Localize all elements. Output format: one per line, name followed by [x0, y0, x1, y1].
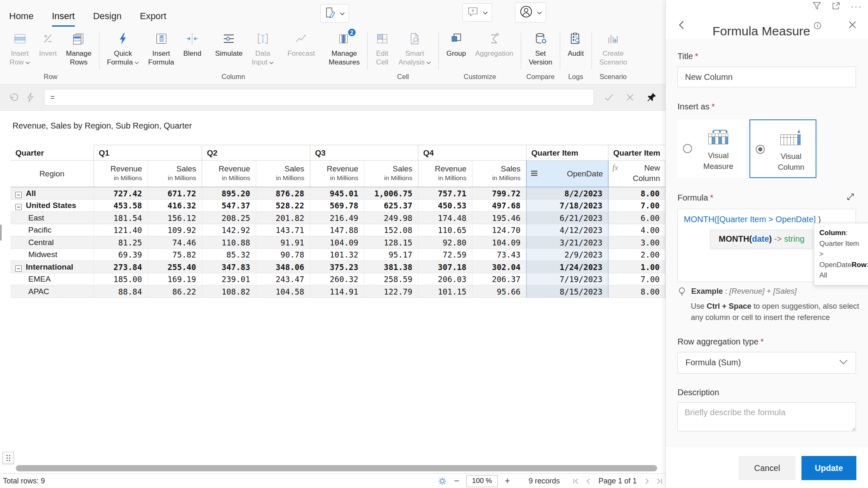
- cell-new-column[interactable]: 8.00: [608, 187, 665, 200]
- cell-q2-revenue[interactable]: 895.20: [202, 187, 256, 200]
- previous-page-icon[interactable]: [585, 478, 591, 485]
- column-header-quarter-item-2[interactable]: Quarter Item: [608, 145, 665, 161]
- close-icon[interactable]: [848, 20, 857, 31]
- cell-new-column[interactable]: 7.00: [608, 273, 665, 285]
- cell-q1-sales[interactable]: 109.92: [148, 224, 202, 236]
- cell-opendate[interactable]: 6/21/2023: [526, 212, 608, 224]
- next-page-icon[interactable]: [644, 478, 650, 485]
- formula-editor[interactable]: MONTH([Quarter Item > OpenDate] ) MONTH(…: [678, 209, 856, 282]
- cell-q3-revenue[interactable]: 147.88: [310, 224, 364, 236]
- cell-opendate[interactable]: 1/24/2023: [526, 261, 608, 273]
- cell-q3-revenue[interactable]: 260.32: [310, 273, 364, 285]
- cell-q1-revenue[interactable]: 69.39: [94, 248, 148, 261]
- cell-q2-revenue[interactable]: 347.83: [202, 261, 256, 273]
- cell-new-column[interactable]: 3.00: [608, 236, 665, 249]
- subheader-q1-sales[interactable]: Salesin Millions: [148, 161, 202, 187]
- cell-q2-revenue[interactable]: 208.25: [202, 212, 256, 224]
- hamburger-icon[interactable]: [531, 170, 538, 178]
- option-visual-column[interactable]: Visual Column: [749, 119, 816, 178]
- cell-q3-revenue[interactable]: 216.49: [310, 212, 364, 224]
- cell-q2-revenue[interactable]: 239.01: [202, 273, 256, 285]
- cell-q1-revenue[interactable]: 121.40: [94, 224, 148, 236]
- collapse-icon[interactable]: −: [15, 192, 22, 198]
- subheader-q3-revenue[interactable]: Revenuein Millions: [310, 161, 364, 187]
- cell-q3-revenue[interactable]: 104.09: [310, 236, 364, 249]
- ribbon-button-insert-formula[interactable]: InsertFormula: [143, 28, 178, 67]
- ribbon-button-manage-measures[interactable]: 2ManageMeasures: [324, 28, 364, 67]
- cell-q3-sales[interactable]: 625.37: [364, 199, 418, 212]
- cell-q3-sales[interactable]: 128.15: [364, 236, 418, 249]
- user-menu-button[interactable]: [515, 2, 546, 22]
- horizontal-scrollbar[interactable]: [16, 465, 662, 471]
- cell-opendate[interactable]: 7/19/2023: [526, 273, 608, 285]
- cell-q4-revenue[interactable]: 307.18: [418, 261, 472, 273]
- radio-unchecked-icon[interactable]: [683, 144, 692, 153]
- row-label-pacific[interactable]: Pacific: [10, 224, 94, 236]
- tab-insert[interactable]: Insert: [52, 11, 75, 27]
- cell-q3-sales[interactable]: 381.38: [364, 261, 418, 273]
- cell-q4-revenue[interactable]: 110.65: [418, 224, 472, 236]
- cell-q4-sales[interactable]: 95.66: [472, 285, 526, 298]
- last-page-icon[interactable]: [656, 478, 663, 485]
- option-visual-measure[interactable]: Visual Measure: [678, 119, 746, 178]
- cell-q4-sales[interactable]: 302.04: [472, 261, 526, 273]
- zoom-out-button[interactable]: −: [453, 476, 460, 486]
- cell-q2-sales[interactable]: 90.78: [256, 248, 310, 261]
- subheader-q3-sales[interactable]: Salesin Millions: [364, 161, 418, 187]
- cell-new-column[interactable]: 4.00: [608, 224, 665, 236]
- column-header-quarter-item-1[interactable]: Quarter Item: [526, 145, 608, 161]
- cell-q2-sales[interactable]: 104.58: [256, 285, 310, 298]
- row-label-international[interactable]: −International: [10, 261, 94, 273]
- cell-q1-sales[interactable]: 671.72: [148, 187, 202, 200]
- cell-opendate[interactable]: 8/15/2023: [526, 285, 608, 298]
- subheader-new-column[interactable]: fxNew Column: [608, 161, 665, 187]
- cell-q3-revenue[interactable]: 945.01: [310, 187, 364, 200]
- cell-q1-revenue[interactable]: 727.42: [94, 187, 148, 200]
- cell-q4-revenue[interactable]: 72.59: [418, 248, 472, 261]
- ribbon-button-manage-rows[interactable]: ManageRows: [62, 28, 96, 67]
- tab-design[interactable]: Design: [93, 11, 121, 27]
- row-label-central[interactable]: Central: [10, 236, 94, 249]
- cell-q1-sales[interactable]: 156.12: [148, 212, 202, 224]
- cell-q3-sales[interactable]: 258.59: [364, 273, 418, 285]
- cell-new-column[interactable]: 2.00: [608, 248, 665, 261]
- cell-q4-sales[interactable]: 124.70: [472, 224, 526, 236]
- title-field[interactable]: [678, 67, 856, 87]
- cell-q3-revenue[interactable]: 375.23: [310, 261, 364, 273]
- column-header-q1[interactable]: Q1: [94, 145, 202, 161]
- cell-q4-sales[interactable]: 206.37: [472, 273, 526, 285]
- column-header-q2[interactable]: Q2: [202, 145, 310, 161]
- cell-q2-sales[interactable]: 243.47: [256, 273, 310, 285]
- cell-q4-sales[interactable]: 497.68: [472, 199, 526, 212]
- cell-q3-sales[interactable]: 152.08: [364, 224, 418, 236]
- cell-q1-sales[interactable]: 74.46: [148, 236, 202, 249]
- cell-new-column[interactable]: 6.00: [608, 212, 665, 224]
- cell-q2-revenue[interactable]: 547.37: [202, 199, 256, 212]
- tab-home[interactable]: Home: [9, 11, 34, 27]
- cell-q3-revenue[interactable]: 114.91: [310, 285, 364, 298]
- cell-new-column[interactable]: 7.00: [608, 199, 665, 212]
- ribbon-button-quick-formula[interactable]: QuickFormula: [102, 28, 143, 67]
- collapse-icon[interactable]: −: [15, 265, 22, 272]
- cancel-button[interactable]: Cancel: [739, 456, 796, 480]
- cell-q4-revenue[interactable]: 206.03: [418, 273, 472, 285]
- cell-q2-revenue[interactable]: 85.32: [202, 248, 256, 261]
- formula-input[interactable]: [44, 89, 594, 106]
- cell-q2-sales[interactable]: 91.91: [256, 236, 310, 249]
- cell-opendate[interactable]: 8/2/2023: [526, 187, 608, 200]
- cell-q4-revenue[interactable]: 450.53: [418, 199, 472, 212]
- cell-q4-revenue[interactable]: 92.80: [418, 236, 472, 249]
- description-field[interactable]: [678, 402, 856, 431]
- cell-q1-sales[interactable]: 169.19: [148, 273, 202, 285]
- cell-q3-sales[interactable]: 122.79: [364, 285, 418, 298]
- scrollbar-thumb[interactable]: [16, 465, 657, 471]
- cell-q4-sales[interactable]: 195.46: [472, 212, 526, 224]
- expand-window-icon[interactable]: [831, 1, 841, 12]
- cell-new-column[interactable]: 1.00: [608, 261, 665, 273]
- tab-export[interactable]: Export: [140, 11, 166, 27]
- cell-q4-sales[interactable]: 104.09: [472, 236, 526, 249]
- row-label-apac[interactable]: APAC: [10, 285, 94, 298]
- cell-q2-sales[interactable]: 348.06: [256, 261, 310, 273]
- radio-checked-icon[interactable]: [756, 145, 765, 154]
- cell-q1-revenue[interactable]: 185.00: [94, 273, 148, 285]
